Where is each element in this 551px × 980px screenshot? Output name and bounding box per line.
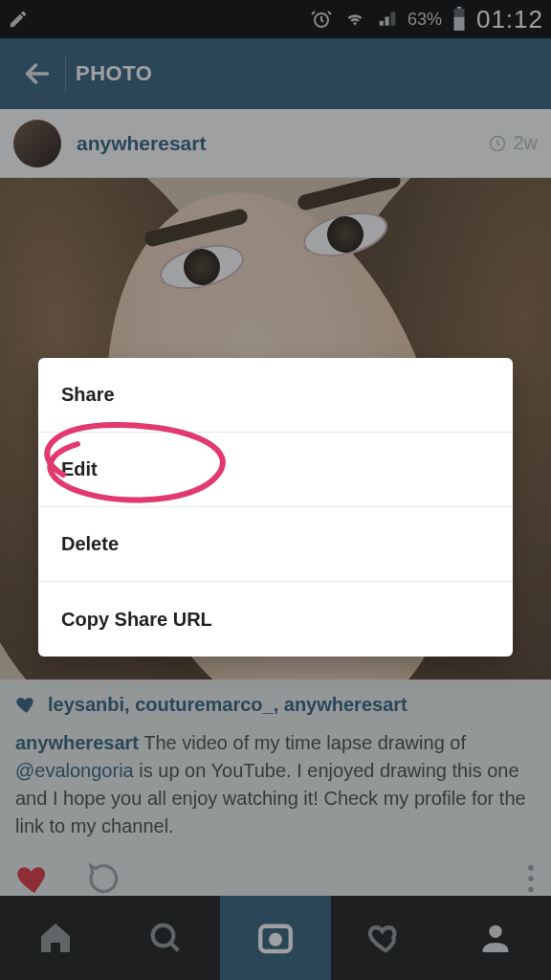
dialog-item-edit[interactable]: Edit <box>38 433 513 507</box>
options-dialog: Share Edit Delete Copy Share URL <box>38 358 513 657</box>
screen: 63% 01:12 PHOTO anywheresart 2w <box>0 0 551 980</box>
dialog-item-copy-url[interactable]: Copy Share URL <box>38 582 513 657</box>
dialog-item-share[interactable]: Share <box>38 358 513 433</box>
dialog-item-delete[interactable]: Delete <box>38 507 513 582</box>
